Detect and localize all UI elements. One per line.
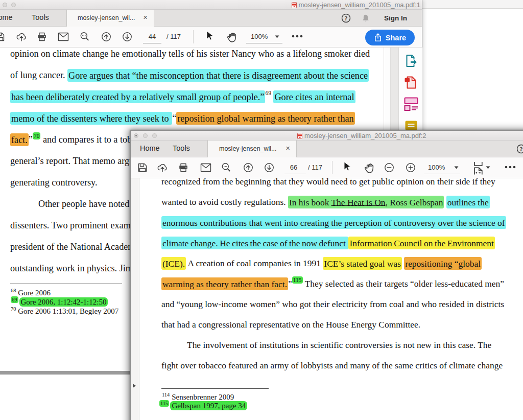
svg-text:?: ? bbox=[520, 146, 523, 153]
svg-text:?: ? bbox=[345, 15, 348, 22]
